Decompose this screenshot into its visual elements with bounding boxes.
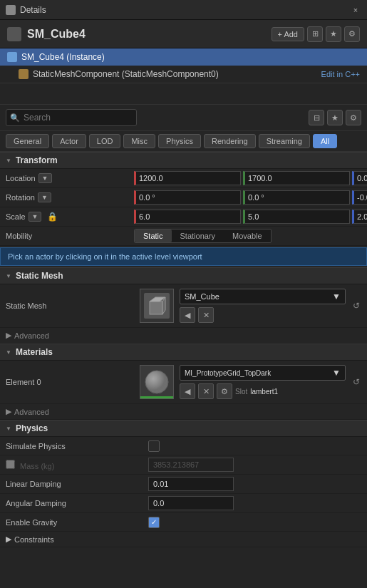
tab-actor[interactable]: Actor — [52, 134, 86, 148]
static-mesh-row: Static Mesh SM_Cube ▼ ◀ ✕ ↺ — [0, 284, 367, 328]
mesh-dropdown[interactable]: SM_Cube ▼ — [180, 289, 346, 304]
actor-actions: + Add ⊞ ★ ⚙ — [272, 26, 360, 42]
mesh-component-icon — [19, 69, 29, 79]
advanced-label-1: Advanced — [14, 331, 49, 340]
svg-point-4 — [145, 371, 168, 393]
advanced-row-1[interactable]: ▶ Advanced — [0, 328, 367, 344]
add-button[interactable]: + Add — [272, 27, 304, 41]
mesh-thumbnail — [140, 289, 174, 323]
element0-row: Element 0 MI_PrototypeGrid_TopDark ▼ ◀ — [0, 361, 367, 404]
scale-label: Scale — [6, 212, 26, 221]
mat-dropdown[interactable]: MI_PrototypeGrid_TopDark ▼ — [180, 365, 346, 381]
instance-row[interactable]: SM_Cube4 (Instance) — [0, 48, 367, 66]
main-content: ▼ Transform Location ▼ ↺ Rotation ▼ ↺ Sc… — [0, 152, 367, 588]
static-mesh-arrow: ▼ — [6, 273, 11, 279]
location-x[interactable] — [134, 171, 241, 185]
component-row[interactable]: StaticMeshComponent (StaticMeshComponent… — [0, 66, 367, 83]
title-bar-label: Details — [20, 5, 350, 15]
mesh-clear-button[interactable]: ✕ — [198, 307, 214, 323]
location-z[interactable] — [352, 171, 367, 185]
mesh-browse-button[interactable]: ◀ — [180, 307, 195, 323]
search-icon: 🔍 — [10, 113, 20, 123]
svg-marker-2 — [162, 297, 165, 314]
mass-checkbox[interactable] — [6, 460, 15, 469]
rotation-dropdown[interactable]: ▼ — [38, 192, 51, 202]
mesh-dropdown-arrow: ▼ — [332, 292, 341, 301]
grid-icon[interactable]: ⊞ — [307, 26, 323, 42]
rotation-y[interactable] — [243, 190, 350, 205]
mat-clear-button[interactable]: ✕ — [198, 383, 214, 399]
mat-browse-button[interactable]: ◀ — [180, 383, 195, 399]
actor-header: SM_Cube4 + Add ⊞ ★ ⚙ — [0, 20, 367, 48]
transform-title: Transform — [16, 155, 58, 165]
constraints-row[interactable]: ▶ Constraints — [0, 532, 367, 547]
rotation-z[interactable] — [352, 190, 367, 205]
table-icon[interactable]: ⊟ — [309, 110, 324, 125]
simulate-physics-checkbox[interactable] — [148, 440, 160, 452]
section-static-mesh[interactable]: ▼ Static Mesh — [0, 267, 367, 284]
linear-damping-label: Linear Damping — [6, 480, 148, 488]
tab-general[interactable]: General — [6, 134, 49, 148]
star-icon[interactable]: ★ — [326, 26, 341, 42]
slot-label: Slot — [235, 388, 247, 396]
mat-reset[interactable]: ↺ — [351, 377, 361, 387]
tab-physics[interactable]: Physics — [158, 134, 201, 148]
shader-label: lambert1 — [250, 388, 278, 396]
mobility-stationary[interactable]: Stationary — [172, 229, 224, 242]
rotation-label: Rotation — [6, 193, 35, 202]
settings2-icon[interactable]: ⚙ — [346, 110, 361, 125]
materials-arrow: ▼ — [6, 349, 11, 356]
advanced-label-2: Advanced — [14, 408, 49, 416]
advanced-row-2[interactable]: ▶ Advanced — [0, 404, 367, 420]
mesh-buttons: ◀ ✕ — [180, 307, 346, 323]
location-y[interactable] — [243, 171, 350, 185]
mesh-reset[interactable]: ↺ — [351, 301, 361, 311]
details-icon — [6, 5, 16, 15]
section-materials[interactable]: ▼ Materials — [0, 344, 367, 361]
tab-streaming[interactable]: Streaming — [259, 134, 310, 148]
settings-icon[interactable]: ⚙ — [344, 26, 360, 42]
search-actions: ⊟ ★ ⚙ — [309, 110, 361, 125]
scale-z[interactable] — [352, 210, 367, 224]
tab-rendering[interactable]: Rendering — [204, 134, 256, 148]
angular-damping-label: Angular Damping — [6, 499, 148, 507]
simulate-physics-label: Simulate Physics — [6, 442, 148, 450]
search-input[interactable] — [6, 109, 137, 126]
tab-misc[interactable]: Misc — [123, 134, 155, 148]
empty-space — [0, 83, 367, 105]
transform-arrow: ▼ — [6, 158, 11, 164]
rotation-fields — [134, 190, 367, 205]
location-fields — [134, 171, 367, 185]
mass-label: Mass (kg) — [6, 460, 148, 470]
location-label-wrap: Location ▼ — [6, 173, 134, 183]
angular-damping-input[interactable] — [148, 496, 234, 510]
enable-gravity-checkbox[interactable] — [148, 517, 160, 528]
section-transform[interactable]: ▼ Transform — [0, 152, 367, 169]
section-physics[interactable]: ▼ Physics — [0, 420, 367, 437]
scale-lock-icon[interactable]: 🔒 — [47, 212, 58, 222]
location-dropdown[interactable]: ▼ — [38, 173, 52, 183]
static-mesh-title: Static Mesh — [16, 271, 63, 281]
rotation-x[interactable] — [134, 190, 241, 205]
instance-label: SM_Cube4 (Instance) — [21, 52, 105, 62]
physics-arrow: ▼ — [6, 425, 11, 432]
bookmark-icon[interactable]: ★ — [327, 110, 343, 125]
close-button[interactable]: × — [350, 4, 361, 16]
edit-cpp-button[interactable]: Edit in C++ — [321, 70, 360, 78]
mat-extra-button[interactable]: ⚙ — [217, 383, 232, 399]
mat-dropdown-arrow: ▼ — [332, 368, 341, 378]
angular-damping-row: Angular Damping — [0, 494, 367, 513]
element0-label: Element 0 — [6, 378, 134, 386]
scale-y[interactable] — [243, 210, 350, 224]
search-wrap: 🔍 — [6, 109, 304, 126]
mobility-movable[interactable]: Movable — [224, 229, 271, 242]
rotation-row: Rotation ▼ ↺ — [0, 188, 367, 207]
tab-lod[interactable]: LOD — [89, 134, 121, 148]
scale-dropdown[interactable]: ▼ — [29, 212, 42, 222]
scale-x[interactable] — [134, 210, 241, 224]
tab-all[interactable]: All — [313, 134, 337, 148]
linear-damping-input[interactable] — [148, 477, 234, 491]
mat-buttons: ◀ ✕ ⚙ Slot lambert1 — [180, 383, 346, 399]
simulate-physics-row: Simulate Physics — [0, 437, 367, 455]
mobility-static[interactable]: Static — [135, 229, 172, 242]
